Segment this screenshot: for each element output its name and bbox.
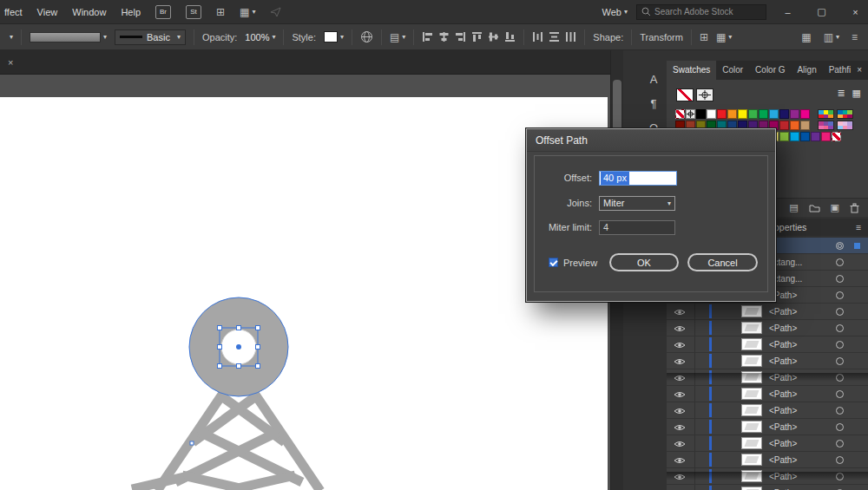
isolate-icon[interactable]: ⊞ [700, 31, 708, 43]
visibility-toggle-icon[interactable] [674, 407, 687, 415]
color-group-chip[interactable] [818, 109, 834, 119]
grid-icon[interactable]: ⊞ [216, 6, 225, 18]
align-top-icon[interactable] [471, 31, 483, 42]
character-panel-icon[interactable]: A [644, 73, 663, 90]
delete-swatch-icon[interactable] [850, 203, 859, 213]
swatch[interactable] [686, 109, 695, 119]
swatch[interactable] [832, 132, 841, 141]
workspace-switcher[interactable]: Web▾ [602, 7, 628, 17]
layer-row[interactable]: <Path> [667, 452, 868, 468]
swatch[interactable] [759, 109, 768, 119]
layer-target-circle[interactable] [836, 258, 844, 266]
tab-align[interactable]: Align [791, 61, 822, 80]
menu-help[interactable]: Help [121, 7, 141, 17]
visibility-toggle-icon[interactable] [674, 374, 687, 382]
layer-target-circle[interactable] [836, 324, 844, 332]
tab-color-guide[interactable]: Color G [749, 61, 791, 80]
layer-target-circle[interactable] [836, 308, 844, 316]
visibility-toggle-icon[interactable] [674, 324, 687, 333]
distribute-vertical-icon[interactable] [532, 31, 543, 42]
distribute-horizontal-icon[interactable] [549, 31, 560, 42]
layer-target-circle[interactable] [836, 456, 844, 464]
stock-icon[interactable]: St [186, 5, 201, 19]
brush-definition-dropdown[interactable]: Basic ▾ [115, 29, 186, 45]
document-setup-icon[interactable]: ▤▾ [390, 31, 405, 43]
layer-row[interactable]: <Path> [667, 320, 868, 336]
grid-view-icon[interactable]: ▦ [852, 88, 861, 99]
bridge-icon[interactable]: Br [155, 5, 171, 19]
visibility-toggle-icon[interactable] [674, 423, 687, 432]
tab-color[interactable]: Color [716, 61, 749, 80]
swatch[interactable] [738, 109, 747, 119]
swatch[interactable] [800, 109, 810, 119]
offset-input[interactable]: 40 px [599, 171, 677, 186]
panel-menu-icon[interactable]: ≡ [856, 219, 861, 236]
layer-row[interactable]: <Path> [667, 419, 868, 435]
tab-close-icon[interactable]: × [8, 57, 13, 68]
layer-row[interactable]: <Path> [667, 353, 868, 369]
visibility-toggle-icon[interactable] [674, 473, 687, 481]
transform-link[interactable]: Transform [640, 32, 683, 42]
layer-target-circle[interactable] [836, 407, 844, 415]
layer-row[interactable]: <Path> [667, 336, 868, 353]
opacity-label[interactable]: Opacity: [202, 32, 237, 42]
panel-close-icon[interactable]: × [857, 61, 868, 80]
align-center-icon[interactable] [438, 31, 450, 42]
select-similar-icon[interactable]: ▦▾ [716, 31, 732, 43]
swatch[interactable] [779, 109, 789, 119]
swatch[interactable] [696, 109, 706, 119]
visibility-toggle-icon[interactable] [674, 341, 687, 350]
chevron-down-icon[interactable]: ▾ [10, 33, 13, 41]
dialog-title[interactable]: Offset Path [527, 129, 775, 152]
color-group-chip[interactable] [837, 109, 853, 119]
menu-effect[interactable]: ffect [4, 7, 23, 17]
swatch[interactable] [727, 109, 737, 119]
menu-window[interactable]: Window [72, 7, 106, 17]
layer-target-circle[interactable] [836, 440, 844, 448]
close-button[interactable]: × [843, 0, 868, 23]
artboard-canvas[interactable] [0, 97, 608, 490]
swatch[interactable] [790, 132, 799, 141]
align-left-icon[interactable] [422, 31, 433, 42]
stock-search-input[interactable] [654, 7, 757, 16]
swatch[interactable] [707, 109, 716, 119]
layer-target-circle[interactable] [836, 291, 844, 299]
layer-target-circle[interactable] [836, 341, 844, 349]
stock-search[interactable] [636, 4, 766, 20]
layer-target-circle[interactable] [836, 275, 844, 283]
swatch[interactable] [779, 132, 789, 141]
swatch[interactable] [769, 109, 779, 119]
share-icon[interactable] [270, 7, 281, 17]
layer-target-circle[interactable] [836, 374, 844, 382]
ok-button[interactable]: OK [609, 253, 679, 271]
restore-button[interactable]: ▢ [809, 0, 834, 23]
layer-row[interactable]: <Path> [667, 369, 868, 386]
cancel-button[interactable]: Cancel [687, 253, 758, 271]
tab-swatches[interactable]: Swatches [667, 61, 716, 80]
minimize-button[interactable]: – [775, 0, 800, 23]
swatch[interactable] [717, 109, 727, 119]
visibility-toggle-icon[interactable] [674, 390, 687, 399]
layer-row[interactable]: <Path> [667, 386, 868, 402]
swatch[interactable] [790, 121, 799, 130]
layer-target-circle[interactable] [836, 473, 844, 480]
swatch[interactable] [800, 121, 810, 130]
menu-view[interactable]: View [37, 7, 58, 17]
visibility-toggle-icon[interactable] [674, 456, 687, 465]
swatch-folder-icon[interactable] [809, 204, 820, 212]
align-middle-icon[interactable] [488, 31, 499, 42]
tab-pathfinder[interactable]: Pathfi [823, 61, 858, 80]
swatch[interactable] [800, 132, 810, 141]
swatch[interactable] [790, 109, 799, 119]
joins-select[interactable]: Miter ▾ [599, 196, 675, 211]
layer-row[interactable]: <Path> [667, 304, 868, 320]
tower-graphic[interactable] [132, 297, 320, 490]
style-dropdown[interactable]: ▾ [324, 31, 344, 42]
new-swatch-icon[interactable]: ▣ [831, 202, 839, 213]
recolor-artwork-icon[interactable] [360, 30, 373, 43]
layer-row[interactable]: <Path> [667, 435, 868, 452]
none-swatch[interactable] [676, 88, 694, 101]
opacity-dropdown[interactable]: 100%▾ [245, 32, 275, 42]
visibility-toggle-icon[interactable] [674, 308, 687, 317]
list-view-icon[interactable]: ≣ [837, 88, 845, 99]
